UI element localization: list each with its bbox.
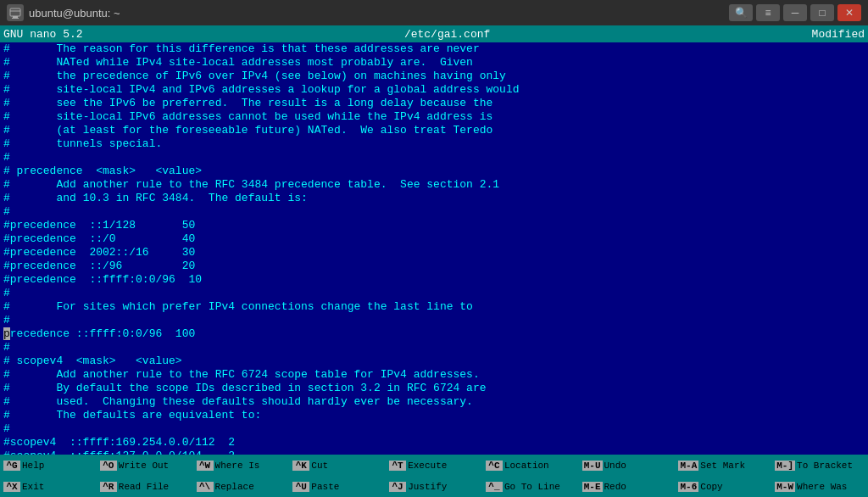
- shortcut-item: ^_Go To Line: [482, 482, 579, 492]
- shortcut-item: M-UUndo: [579, 461, 676, 471]
- shortcut-key: M-]: [775, 461, 795, 471]
- shortcut-item: ^\Replace: [193, 482, 290, 492]
- shortcut-key: ^U: [292, 482, 309, 492]
- shortcut-key: ^T: [389, 461, 406, 471]
- shortcut-key: ^K: [292, 461, 309, 471]
- shortcut-key: ^W: [197, 461, 214, 471]
- svg-rect-0: [10, 8, 20, 16]
- editor[interactable]: # The reason for this difference is that…: [0, 42, 868, 455]
- titlebar-title: ubuntu@ubuntu: ~: [29, 7, 120, 20]
- shortcut-label: Undo: [604, 461, 626, 471]
- shortcut-key: ^J: [389, 482, 406, 492]
- app-icon: [7, 4, 24, 21]
- shortcut-item: M-ASet Mark: [675, 461, 771, 471]
- shortcut-label: Cut: [311, 461, 328, 471]
- shortcut-item: ^JJustify: [386, 482, 482, 492]
- shortcut-label: Copy: [700, 482, 722, 492]
- titlebar: ubuntu@ubuntu: ~ 🔍 ≡ ─ □ ✕: [0, 0, 868, 25]
- shortcut-item: ^TExecute: [386, 461, 482, 471]
- shortcut-label: Location: [504, 461, 549, 471]
- shortcut-label: Go To Line: [504, 482, 560, 492]
- shortcut-item: M-ERedo: [579, 482, 676, 492]
- shortcut-item: ^RRead File: [97, 482, 193, 492]
- shortcut-key: ^G: [3, 461, 20, 471]
- shortcut-key: M-E: [582, 482, 603, 492]
- shortcut-item: ^OWrite Out: [97, 461, 193, 471]
- shortcut-item: M-6Copy: [675, 482, 771, 492]
- titlebar-controls: 🔍 ≡ ─ □ ✕: [729, 4, 861, 21]
- shortcut-label: Paste: [311, 482, 339, 492]
- shortcut-label: Where Is: [215, 461, 260, 471]
- shortcut-key: M-W: [775, 482, 795, 492]
- shortcut-item: ^UPaste: [289, 482, 386, 492]
- shortcut-item: M-WWhere Was: [771, 482, 868, 492]
- shortcut-key: ^\: [197, 482, 214, 492]
- shortcut-label: Execute: [408, 461, 447, 471]
- titlebar-left: ubuntu@ubuntu: ~: [7, 4, 120, 21]
- nano-modified: Modified: [812, 28, 865, 41]
- shortcuts-row-1: ^GHelp^OWrite Out^WWhere Is^KCut^TExecut…: [0, 455, 868, 476]
- nano-header: GNU nano 5.2 /etc/gai.conf Modified: [0, 25, 868, 42]
- shortcut-label: Read File: [119, 482, 169, 492]
- shortcut-key: M-A: [678, 461, 698, 471]
- shortcut-label: Replace: [215, 482, 254, 492]
- shortcut-key: ^R: [100, 482, 117, 492]
- shortcut-label: Where Was: [797, 482, 847, 492]
- shortcut-key: M-U: [582, 461, 603, 471]
- search-button[interactable]: 🔍: [729, 4, 753, 21]
- shortcut-key: M-6: [678, 482, 698, 492]
- bottom-bar: ^GHelp^OWrite Out^WWhere Is^KCut^TExecut…: [0, 455, 868, 497]
- shortcut-key: ^O: [100, 461, 117, 471]
- shortcut-key: ^X: [3, 482, 20, 492]
- shortcut-item: ^GHelp: [0, 461, 97, 471]
- shortcut-label: Justify: [408, 482, 447, 492]
- nano-filename: /etc/gai.conf: [83, 28, 812, 41]
- shortcut-item: ^CLocation: [482, 461, 579, 471]
- shortcut-item: M-]To Bracket: [771, 461, 868, 471]
- close-button[interactable]: ✕: [837, 4, 861, 21]
- svg-rect-3: [12, 18, 19, 19]
- shortcut-item: ^KCut: [289, 461, 386, 471]
- shortcut-label: Help: [22, 461, 44, 471]
- shortcut-label: Exit: [22, 482, 44, 492]
- maximize-button[interactable]: □: [810, 4, 834, 21]
- shortcuts-row-2: ^XExit^RRead File^\Replace^UPaste^JJusti…: [0, 476, 868, 497]
- nano-version: GNU nano 5.2: [3, 28, 83, 41]
- minimize-button[interactable]: ─: [783, 4, 807, 21]
- svg-rect-2: [13, 16, 18, 18]
- shortcut-label: Set Mark: [700, 461, 745, 471]
- shortcut-key: ^C: [486, 461, 503, 471]
- menu-button[interactable]: ≡: [756, 4, 780, 21]
- shortcut-item: ^XExit: [0, 482, 97, 492]
- shortcut-key: ^_: [486, 482, 503, 492]
- shortcut-item: ^WWhere Is: [193, 461, 290, 471]
- shortcut-label: Redo: [604, 482, 626, 492]
- editor-content: # The reason for this difference is that…: [0, 42, 868, 455]
- shortcut-label: To Bracket: [797, 461, 853, 471]
- shortcut-label: Write Out: [119, 461, 169, 471]
